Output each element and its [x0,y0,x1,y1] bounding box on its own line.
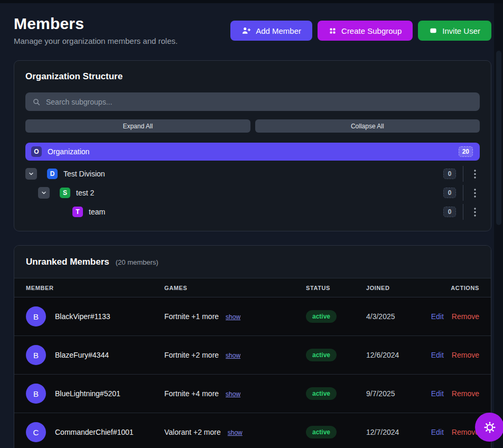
status-cell: active [306,310,366,323]
edit-link[interactable]: Edit [431,312,444,321]
member-count-badge: 0 [443,169,456,179]
joined-date: 12/6/2024 [366,351,424,359]
avatar: B [26,384,46,404]
member-name: CommanderChief#1001 [55,428,134,436]
invite-user-button[interactable]: Invite User [418,21,491,41]
remove-link[interactable]: Remove [452,389,479,398]
expand-collapse-row: Expand All Collapse All [25,119,480,133]
member-row: BBlueLightning#5201Fortnite +4 moreshowa… [14,375,491,413]
column-header-member: MEMBER [26,285,164,291]
tree-node-label: team [89,208,105,216]
show-games-link[interactable]: show [228,429,243,436]
tree-node[interactable]: Stest 20 [38,183,480,202]
divider [463,166,463,182]
person-plus-icon [241,26,251,35]
create-subgroup-label: Create Subgroup [341,26,402,35]
scrollbar-thumb[interactable] [496,51,501,225]
expand-all-button[interactable]: Expand All [25,119,250,133]
chevron-down-icon[interactable] [38,187,50,199]
collapse-all-button[interactable]: Collapse All [255,119,480,133]
org-structure-title: Organization Structure [25,71,480,82]
tree-node[interactable]: DTest Division0 [25,164,480,183]
column-header-status: STATUS [306,285,366,291]
header-buttons: Add Member Create Subgroup Invite User [230,21,491,41]
node-type-badge: S [60,188,70,198]
actions-cell: EditRemove [431,312,479,321]
member-name: BlackViper#1133 [55,312,110,321]
column-header-actions: ACTIONS [451,285,479,291]
settings-fab[interactable] [475,413,503,442]
remove-link[interactable]: Remove [452,312,479,321]
member-count-badge: 20 [459,146,473,157]
organization-structure-panel: Organization Structure Expand All Collap… [14,60,491,231]
actions-cell: EditRemove [431,351,479,359]
member-row: BBlazeFury#4344Fortnite +2 moreshowactiv… [14,336,491,375]
games-cell: Fortnite +1 moreshow [164,312,306,321]
member-cell: BBlueLightning#5201 [26,384,164,404]
joined-date: 12/7/2024 [366,428,424,436]
games-summary: Fortnite +4 more [164,389,219,398]
top-edge-bar [0,0,503,3]
status-cell: active [306,426,366,438]
divider [463,185,463,201]
tree-node-label: Test Division [63,170,105,178]
avatar: B [26,306,46,326]
show-games-link[interactable]: show [226,313,240,321]
show-games-link[interactable]: show [226,390,240,398]
status-badge: active [306,387,337,400]
joined-date: 4/3/2025 [366,312,424,321]
tree-node[interactable]: Tteam0 [51,202,480,221]
kebab-menu-icon[interactable] [470,167,480,181]
status-cell: active [306,349,366,361]
edit-link[interactable]: Edit [431,351,444,359]
tree-node-label: test 2 [76,189,94,197]
members-table-body: BBlackViper#1133Fortnite +1 moreshowacti… [14,297,491,448]
games-summary: Fortnite +2 more [164,351,219,359]
joined-date: 9/7/2025 [366,389,424,398]
table-header-row: MEMBER GAMES STATUS JOINED ACTIONS [14,278,491,297]
member-name: BlueLightning#5201 [55,389,120,398]
grid-dots-icon [329,27,337,35]
org-tree: OOrganization20DTest Division0Stest 20Tt… [25,143,480,221]
subgroup-search[interactable] [25,92,480,111]
avatar: B [26,345,46,365]
actions-cell: EditRemove [431,389,479,398]
edit-link[interactable]: Edit [431,428,444,436]
add-member-button[interactable]: Add Member [230,21,312,41]
kebab-menu-icon[interactable] [470,186,480,200]
member-row: BBlackViper#1133Fortnite +1 moreshowacti… [14,297,491,336]
search-input[interactable] [46,98,473,106]
page-title: Members [14,15,178,33]
member-count-badge: 0 [443,207,456,217]
node-type-badge: T [72,207,83,217]
mail-icon [429,26,437,35]
games-summary: Fortnite +1 more [164,312,219,321]
page-header: Members Manage your organization members… [14,15,491,45]
edit-link[interactable]: Edit [431,389,444,398]
create-subgroup-button[interactable]: Create Subgroup [318,21,413,41]
member-cell: BBlackViper#1133 [26,306,164,326]
node-type-badge: D [47,169,58,179]
node-type-badge: O [31,146,42,157]
status-badge: active [306,426,337,438]
show-games-link[interactable]: show [226,352,240,359]
kebab-menu-icon[interactable] [470,205,480,219]
games-cell: Fortnite +4 moreshow [164,389,306,398]
tree-node-selected[interactable]: OOrganization20 [25,143,480,161]
member-cell: CCommanderChief#1001 [26,422,164,442]
search-icon [32,98,41,106]
games-cell: Fortnite +2 moreshow [164,351,306,359]
remove-link[interactable]: Remove [452,351,479,359]
member-name: BlazeFury#4344 [55,351,109,359]
chevron-down-icon[interactable] [25,168,37,180]
members-panel-header: Unranked Members (20 members) [14,246,491,278]
member-cell: BBlazeFury#4344 [26,345,164,365]
scrollbar-track[interactable] [494,0,503,448]
unranked-members-panel: Unranked Members (20 members) MEMBER GAM… [14,245,491,448]
column-header-joined: JOINED [366,285,424,291]
page-subtitle: Manage your organization members and rol… [14,36,178,45]
tree-node-label: Organization [48,147,89,156]
add-member-label: Add Member [256,26,301,35]
invite-user-label: Invite User [442,26,480,35]
members-title: Unranked Members [26,257,109,267]
